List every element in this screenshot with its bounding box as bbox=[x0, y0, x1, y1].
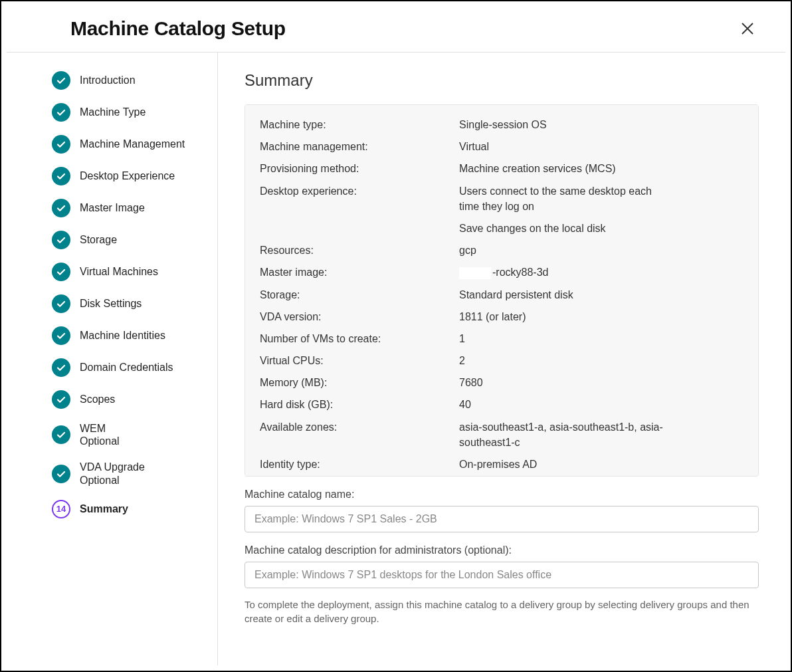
summary-key: Virtual CPUs: bbox=[260, 353, 459, 368]
step-label: Introduction bbox=[80, 74, 136, 86]
summary-row: Machine type:Single-session OS bbox=[260, 117, 743, 132]
step-label: WEM bbox=[80, 422, 120, 435]
step-complete-icon bbox=[52, 358, 70, 377]
summary-key: Resources: bbox=[260, 243, 459, 258]
checkmark-icon bbox=[56, 267, 66, 277]
step-complete-icon bbox=[52, 103, 70, 122]
step-label: Machine Management bbox=[80, 138, 185, 150]
summary-row: Storage:Standard persistent disk bbox=[260, 287, 743, 302]
checkmark-icon bbox=[56, 469, 66, 479]
step-label: Disk Settings bbox=[80, 297, 142, 310]
summary-box[interactable]: Machine type:Single-session OSMachine ma… bbox=[245, 104, 759, 477]
summary-row: Virtual CPUs:2 bbox=[260, 353, 743, 368]
checkmark-icon bbox=[56, 429, 66, 440]
wizard-sidebar: IntroductionMachine TypeMachine Manageme… bbox=[7, 53, 218, 665]
summary-key: Hard disk (GB): bbox=[260, 397, 459, 412]
step-complete-icon bbox=[52, 263, 70, 281]
step-complete-icon bbox=[52, 294, 70, 313]
checkmark-icon bbox=[56, 235, 66, 245]
checkmark-icon bbox=[56, 75, 66, 86]
wizard-step-domain-credentials[interactable]: Domain Credentials bbox=[52, 358, 204, 377]
checkmark-icon bbox=[56, 330, 66, 341]
summary-key: Machine management: bbox=[260, 139, 459, 154]
wizard-step-desktop-experience[interactable]: Desktop Experience bbox=[52, 167, 204, 185]
step-label: Machine Identities bbox=[80, 329, 165, 342]
summary-value: 40 bbox=[459, 397, 672, 412]
catalog-name-label: Machine catalog name: bbox=[245, 489, 759, 501]
checkmark-icon bbox=[56, 298, 66, 309]
wizard-step-disk-settings[interactable]: Disk Settings bbox=[52, 294, 204, 313]
summary-value: Save changes on the local disk bbox=[459, 221, 672, 236]
step-sublabel: Optional bbox=[80, 435, 120, 447]
step-complete-icon bbox=[52, 425, 70, 444]
step-label: Summary bbox=[80, 503, 128, 515]
page-heading: Summary bbox=[245, 71, 759, 90]
checkmark-icon bbox=[56, 139, 66, 150]
wizard-step-machine-type[interactable]: Machine Type bbox=[52, 103, 204, 122]
wizard-step-summary[interactable]: 14Summary bbox=[52, 500, 204, 518]
step-complete-icon bbox=[52, 167, 70, 185]
step-label: Scopes bbox=[80, 393, 115, 405]
summary-row: Save changes on the local disk bbox=[260, 221, 743, 236]
summary-row: Memory (MB):7680 bbox=[260, 375, 743, 390]
catalog-description-input[interactable] bbox=[245, 562, 759, 588]
summary-row: Available zones:asia-southeast1-a, asia-… bbox=[260, 419, 743, 450]
wizard-step-wem[interactable]: WEMOptional bbox=[52, 422, 204, 447]
summary-value: gcp bbox=[459, 243, 672, 258]
catalog-name-input[interactable] bbox=[245, 506, 759, 532]
summary-value: 1 bbox=[459, 331, 672, 346]
summary-value: Single-session OS bbox=[459, 117, 672, 132]
summary-key: Provisioning method: bbox=[260, 161, 459, 176]
step-label: Virtual Machines bbox=[80, 265, 158, 278]
wizard-step-introduction[interactable]: Introduction bbox=[52, 71, 204, 90]
checkmark-icon bbox=[56, 362, 66, 373]
summary-row: Machine management:Virtual bbox=[260, 139, 743, 154]
summary-value: 2 bbox=[459, 353, 672, 368]
summary-row: Number of VMs to create:1 bbox=[260, 331, 743, 346]
summary-key: Desktop experience: bbox=[260, 183, 459, 199]
summary-key: Storage: bbox=[260, 287, 459, 302]
wizard-step-scopes[interactable]: Scopes bbox=[52, 390, 204, 409]
step-complete-icon bbox=[52, 135, 70, 154]
deployment-footer-text: To complete the deployment, assign this … bbox=[245, 598, 759, 625]
step-current-icon: 14 bbox=[52, 500, 70, 518]
step-label: Desktop Experience bbox=[80, 169, 175, 182]
summary-row: Desktop experience:Users connect to the … bbox=[260, 183, 743, 214]
step-complete-icon bbox=[52, 199, 70, 217]
summary-row: Provisioning method:Machine creation ser… bbox=[260, 161, 743, 176]
step-complete-icon bbox=[52, 390, 70, 409]
step-complete-icon bbox=[52, 465, 70, 483]
summary-key: Machine type: bbox=[260, 117, 459, 132]
summary-value: On-premises AD bbox=[459, 457, 672, 472]
summary-row: Identity type:On-premises AD bbox=[260, 457, 743, 472]
wizard-step-master-image[interactable]: Master Image bbox=[52, 199, 204, 217]
catalog-description-label: Machine catalog description for administ… bbox=[245, 544, 759, 556]
machine-catalog-setup-dialog: Machine Catalog Setup IntroductionMachin… bbox=[7, 7, 785, 665]
summary-value: -rocky88-3d bbox=[459, 265, 672, 280]
step-label: Machine Type bbox=[80, 106, 146, 118]
close-button[interactable] bbox=[736, 17, 759, 40]
step-label: VDA Upgrade bbox=[80, 461, 145, 473]
close-icon bbox=[740, 21, 755, 36]
step-label: Storage bbox=[80, 233, 117, 246]
summary-value: Machine creation services (MCS) bbox=[459, 161, 672, 176]
wizard-step-machine-management[interactable]: Machine Management bbox=[52, 135, 204, 154]
redacted-text bbox=[459, 267, 491, 279]
summary-row: Resources:gcp bbox=[260, 243, 743, 258]
wizard-step-vda-upgrade[interactable]: VDA UpgradeOptional bbox=[52, 461, 204, 486]
summary-key: Master image: bbox=[260, 265, 459, 280]
checkmark-icon bbox=[56, 171, 66, 181]
summary-key: VDA version: bbox=[260, 309, 459, 324]
wizard-step-storage[interactable]: Storage bbox=[52, 231, 204, 249]
wizard-step-machine-identities[interactable]: Machine Identities bbox=[52, 326, 204, 345]
summary-value: 1811 (or later) bbox=[459, 309, 672, 324]
step-label: Master Image bbox=[80, 201, 145, 214]
step-sublabel: Optional bbox=[80, 474, 145, 487]
dialog-header: Machine Catalog Setup bbox=[7, 7, 785, 53]
summary-key: Number of VMs to create: bbox=[260, 331, 459, 346]
checkmark-icon bbox=[56, 107, 66, 118]
wizard-step-virtual-machines[interactable]: Virtual Machines bbox=[52, 263, 204, 281]
summary-key: Memory (MB): bbox=[260, 375, 459, 390]
dialog-body: IntroductionMachine TypeMachine Manageme… bbox=[7, 53, 785, 665]
summary-value: Users connect to the same desktop each t… bbox=[459, 183, 672, 214]
